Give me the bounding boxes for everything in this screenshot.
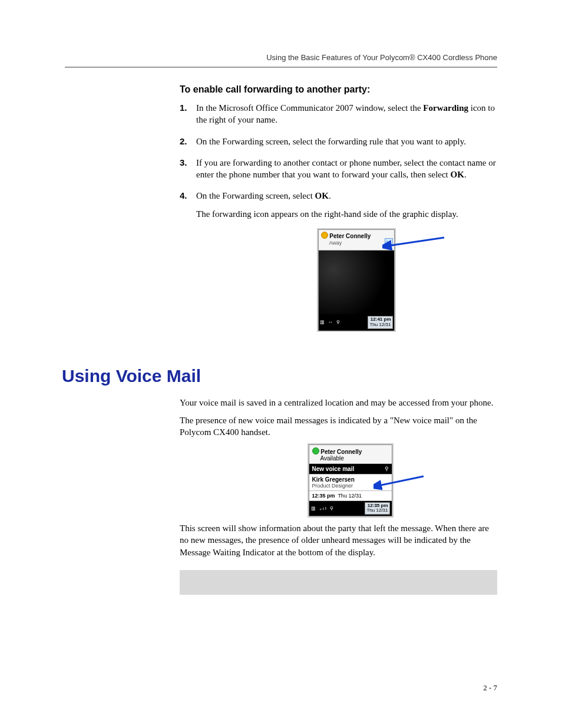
date-label: Thu 12/31 (369, 322, 391, 327)
section-heading: Using Voice Mail (62, 366, 497, 386)
footer-time: 12:35 pm Thu 12/31 (365, 502, 389, 515)
footer-time: 12:41 pm Thu 12/31 (368, 316, 392, 329)
step-bold: OK (451, 170, 464, 179)
voicemail-icon: ⚲ (385, 466, 389, 472)
step-bold: Forwarding (423, 103, 468, 113)
step-number: 2. (180, 136, 187, 147)
paragraph: This screen will show information about … (180, 522, 497, 558)
step-number: 3. (180, 157, 187, 169)
presence-available-icon (312, 447, 319, 454)
step-text: On the Forwarding screen, select the for… (196, 137, 466, 146)
contact-name: Peter Connelly (320, 449, 362, 455)
contact-name: Peter Connelly (329, 233, 371, 239)
date-label: Thu 12/31 (366, 508, 388, 513)
presence-status: Available (320, 455, 344, 462)
step-text: On the Forwarding screen, select (196, 191, 315, 200)
callout-arrow-icon (382, 234, 447, 252)
figure-1: Peter Connelly Away ↪ ▥ ↔ ⚲ 12:41 pm Thu… (180, 229, 497, 331)
procedure-title: To enable call forwarding to another par… (180, 84, 497, 95)
footer-icons: ▥ ↔ ⚲ (320, 319, 368, 325)
step-number: 1. (180, 102, 187, 114)
step-number: 4. (180, 190, 187, 202)
phone-header: Peter Connelly Available (309, 445, 392, 464)
paragraph: The presence of new voice mail messages … (180, 414, 497, 439)
svg-line-0 (388, 238, 444, 246)
step-3: 3. If you are forwarding to another cont… (180, 157, 497, 181)
footer-icons: ▥ ₊ıl ⚲ (311, 506, 365, 511)
new-voicemail-label: New voice mail (312, 466, 355, 472)
step-4: 4. On the Forwarding screen, select OK. … (180, 190, 497, 220)
page-header: Using the Basic Features of Your Polycom… (65, 53, 497, 68)
voicemail-datetime: 12:35 pm Thu 12/31 (309, 491, 392, 501)
step-text: . (464, 170, 467, 179)
step-2: 2. On the Forwarding screen, select the … (180, 136, 497, 147)
phone-footer: ▥ ₊ıl ⚲ 12:35 pm Thu 12/31 (309, 501, 392, 516)
step-result: The forwarding icon appears on the right… (196, 208, 497, 220)
phone-wallpaper (319, 251, 394, 314)
placeholder-block (180, 570, 497, 595)
paragraph: Your voice mail is saved in a centralize… (180, 397, 497, 409)
phone-footer: ▥ ↔ ⚲ 12:41 pm Thu 12/31 (319, 314, 394, 331)
step-1: 1. In the Microsoft Office Communicator … (180, 102, 497, 126)
time-label: 12:41 pm (371, 317, 391, 322)
steps-list: 1. In the Microsoft Office Communicator … (180, 102, 497, 220)
step-text: In the Microsoft Office Communicator 200… (196, 103, 423, 113)
callout-arrow-icon (373, 473, 427, 490)
svg-line-1 (378, 476, 424, 486)
figure-2: Peter Connelly Available New voice mail … (180, 444, 497, 517)
presence-status: Away (329, 240, 342, 246)
time-label: 12:35 pm (312, 493, 335, 499)
time-label: 12:35 pm (368, 503, 388, 508)
date-label: Thu 12/31 (338, 493, 362, 499)
page-number: 2 - 7 (483, 683, 497, 693)
presence-away-icon (321, 232, 328, 239)
step-text: . (329, 191, 331, 200)
step-bold: OK (315, 191, 329, 200)
